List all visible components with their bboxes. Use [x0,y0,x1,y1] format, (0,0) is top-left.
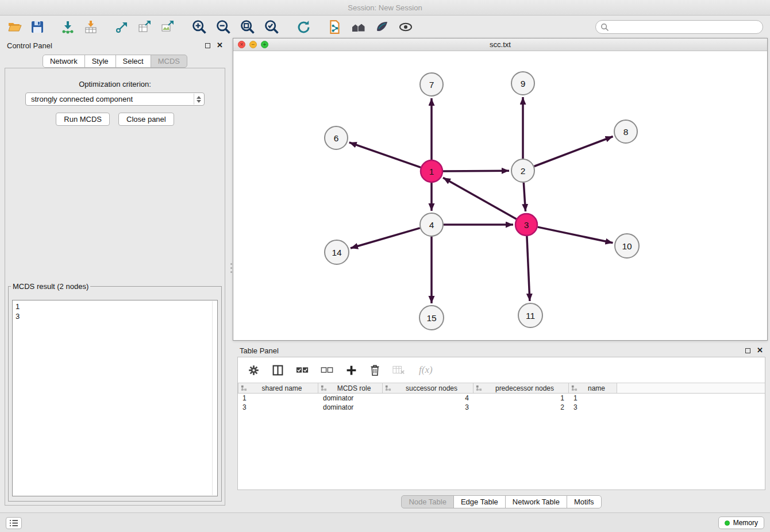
node-label-2: 2 [521,166,526,176]
tab-network[interactable]: Network [43,55,85,68]
style-button[interactable] [374,20,390,34]
zoom-in-button[interactable] [191,18,208,36]
network-graph: 7968124310141511 [233,52,767,341]
column-header-shared-name[interactable]: shared name [238,383,318,393]
table-row[interactable]: 3dominator323 [238,403,765,412]
gear-icon [248,364,260,376]
cell-predecessor-nodes[interactable]: 2 [473,403,569,411]
visibility-button[interactable] [397,20,414,34]
add-row-button[interactable] [345,364,358,377]
edge-2-8[interactable] [534,137,613,167]
save-icon [30,20,44,34]
network-canvas[interactable]: 7968124310141511 [233,52,767,340]
export-image-button[interactable] [160,20,176,34]
edges-layer [349,97,613,303]
cell-name[interactable]: 3 [569,403,617,411]
save-session-button[interactable] [30,20,45,34]
tab-edge-table[interactable]: Edge Table [453,495,506,508]
cell-predecessor-nodes[interactable]: 1 [473,394,569,402]
window-title: Session: New Session [348,3,422,12]
table-panel-title: Table Panel [240,346,745,355]
zoom-selected-button[interactable] [263,18,280,36]
import-table-button[interactable] [83,20,99,34]
memory-button[interactable]: Memory [718,516,764,529]
edge-4-14[interactable] [351,228,420,248]
tab-motifs[interactable]: Motifs [567,495,602,508]
first-neighbors-button[interactable] [327,19,343,35]
maximize-window-icon[interactable]: + [261,41,268,48]
delete-table-button [392,364,406,376]
control-panel-title: Control Panel [7,41,205,50]
deselect-all-button[interactable] [320,365,334,375]
refresh-icon [296,20,311,35]
refresh-button[interactable] [295,19,312,36]
search-input[interactable] [612,22,758,32]
zoom-fit-icon [240,19,256,35]
float-table-panel-icon[interactable] [745,348,750,353]
column-header-mcds-role[interactable]: MCDS role [318,383,383,393]
cell-successor-nodes[interactable]: 4 [383,394,473,402]
column-header-predecessor-nodes[interactable]: predecessor nodes [473,383,569,393]
export-table-button[interactable] [137,20,153,34]
home-icon [351,20,367,34]
optimization-label: Optimization criterion: [5,80,225,88]
cell-shared-name[interactable]: 1 [238,394,318,402]
close-panel-button[interactable]: Close panel [118,113,174,126]
cell-shared-name[interactable]: 3 [238,403,318,411]
import-network-button[interactable] [60,20,76,34]
close-window-icon[interactable]: × [238,41,245,48]
run-mcds-button[interactable]: Run MCDS [56,113,110,126]
minimize-window-icon[interactable]: − [249,41,257,48]
cell-name[interactable]: 1 [569,394,617,402]
open-session-button[interactable] [7,20,23,34]
search-box[interactable] [595,20,763,34]
select-all-button[interactable] [295,365,309,375]
tab-select[interactable]: Select [116,55,151,68]
show-columns-button[interactable] [271,364,284,377]
column-edit-icon [385,385,391,391]
cell-mcds-role[interactable]: dominator [318,403,383,411]
delete-row-button[interactable] [369,364,381,377]
result-line: 3 [16,311,214,321]
column-edit-icon [241,385,247,391]
tab-mcds[interactable]: MCDS [151,55,187,68]
table-toolbar: f(x) [238,357,765,383]
edge-3-1[interactable] [443,178,517,219]
column-header-successor-nodes[interactable]: successor nodes [383,383,473,393]
edge-2-3[interactable] [523,183,525,211]
node-label-8: 8 [623,127,629,137]
close-table-panel-icon[interactable]: ✕ [757,348,763,353]
edge-1-6[interactable] [349,142,421,168]
table-settings-button[interactable] [247,364,260,377]
control-panel: Control Panel ✕ NetworkStyleSelectMCDS O… [0,38,230,512]
table-header-row: shared nameMCDS rolesuccessor nodesprede… [238,383,765,394]
home-button[interactable] [350,20,367,34]
column-header-name[interactable]: name [569,383,617,393]
node-label-11: 11 [526,311,535,321]
tab-style[interactable]: Style [84,55,116,68]
main-toolbar [0,16,770,38]
table-tabs: Node TableEdge TableNetwork TableMotifs [401,495,601,508]
zoom-fit-button[interactable] [239,18,256,36]
cell-successor-nodes[interactable]: 3 [383,403,473,411]
float-control-panel-icon[interactable] [205,43,210,48]
close-control-panel-icon[interactable]: ✕ [217,43,223,48]
table-row[interactable]: 1dominator411 [238,394,765,403]
edge-3-10[interactable] [538,227,613,243]
tab-network-table[interactable]: Network Table [505,495,567,508]
optimization-dropdown[interactable]: strongly connected component [25,92,205,106]
task-history-button[interactable] [6,517,22,529]
network-window-titlebar[interactable]: scc.txt × − + [233,38,767,51]
edge-1-2[interactable] [443,171,509,171]
edge-3-11[interactable] [527,236,530,301]
mcds-result-title: MCDS result (2 nodes) [11,282,90,291]
export-network-button[interactable] [114,20,130,34]
node-label-7: 7 [429,80,434,90]
zoom-out-button[interactable] [215,18,232,36]
search-icon [600,23,609,32]
tab-node-table[interactable]: Node Table [401,495,454,508]
deselect-all-icon [321,365,333,375]
cell-mcds-role[interactable]: dominator [318,394,383,402]
control-panel-tabs: NetworkStyleSelectMCDS [43,55,187,68]
mcds-result-list[interactable]: 13 [12,300,218,496]
